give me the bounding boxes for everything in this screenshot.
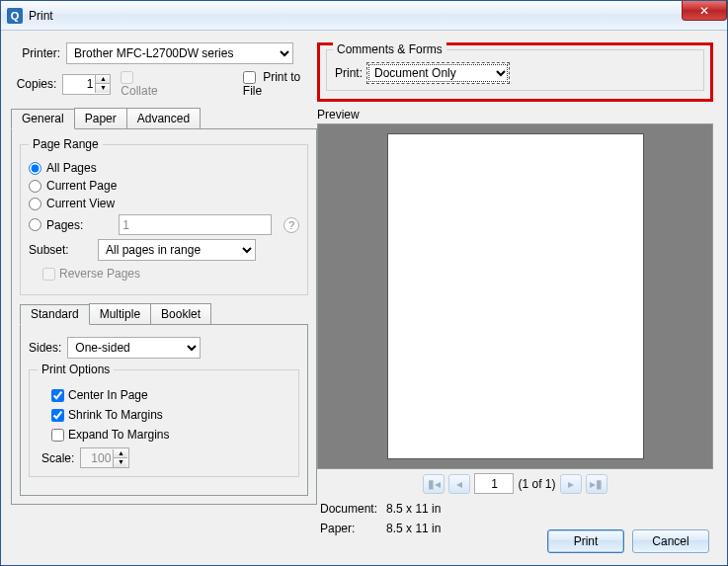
print-options-legend: Print Options [38, 363, 114, 376]
first-page-icon: ▮◂ [428, 477, 441, 491]
copies-label: Copies: [11, 77, 56, 91]
tab-paper[interactable]: Paper [74, 108, 127, 128]
printer-label: Printer: [11, 46, 60, 60]
all-pages-label: All Pages [46, 161, 97, 175]
layout-tabstrip: Standard Multiple Booklet [20, 303, 308, 324]
radio-current-page[interactable] [29, 180, 41, 193]
page-range-group: Page Range All Pages Current Page Curren… [20, 137, 308, 295]
tab-booklet[interactable]: Booklet [150, 303, 211, 324]
paper-size-value: 8.5 x 11 in [385, 520, 442, 537]
center-in-page-checkbox[interactable]: Center In Page [51, 388, 290, 402]
pages-label: Pages: [46, 218, 83, 232]
paper-size-label: Paper: [319, 520, 383, 537]
scale-input [81, 449, 113, 466]
radio-current-view[interactable] [29, 198, 41, 210]
reverse-pages-checkbox: Reverse Pages [42, 267, 299, 281]
printer-select[interactable]: Brother MFC-L2700DW series [66, 42, 293, 64]
tab-standard-body: Sides: One-sided Print Options Center In… [20, 324, 308, 496]
preview-group: Preview ▮◂ ◂ (1 of 1) ▸ ▸▮ Document: 8.5… [317, 108, 713, 539]
print-mode-label: Print: [335, 66, 363, 80]
radio-pages[interactable] [29, 218, 41, 231]
tab-general-body: Page Range All Pages Current Page Curren… [11, 128, 317, 505]
reverse-pages-input [42, 268, 55, 281]
expand-to-margins-input[interactable] [51, 429, 64, 442]
next-page-button[interactable]: ▸ [560, 474, 582, 494]
subset-select[interactable]: All pages in range [98, 239, 256, 261]
document-size-label: Document: [319, 500, 383, 518]
document-info: Document: 8.5 x 11 in Paper: 8.5 x 11 in [317, 498, 444, 539]
tab-standard[interactable]: Standard [20, 304, 90, 325]
copies-input[interactable] [63, 76, 95, 93]
scale-label: Scale: [41, 451, 74, 465]
copies-up-icon[interactable]: ▲ [96, 75, 110, 84]
preview-legend: Preview [317, 108, 713, 121]
page-of-label: (1 of 1) [518, 477, 555, 491]
collate-input [121, 71, 133, 84]
comments-forms-group: Comments & Forms Print: Document Only [326, 49, 704, 91]
scale-up-icon: ▲ [114, 449, 127, 458]
last-page-button[interactable]: ▸▮ [586, 474, 607, 494]
page-range-legend: Page Range [29, 137, 103, 151]
prev-page-icon: ◂ [456, 477, 462, 491]
collate-checkbox: Collate [121, 70, 174, 98]
window-title: Print [29, 9, 53, 23]
shrink-to-margins-input[interactable] [51, 409, 64, 422]
shrink-to-margins-checkbox[interactable]: Shrink To Margins [51, 408, 290, 422]
next-page-icon: ▸ [568, 477, 574, 491]
print-to-file-input[interactable] [243, 71, 256, 84]
close-icon: ✕ [699, 4, 709, 18]
current-page-label: Current Page [46, 179, 117, 193]
expand-to-margins-checkbox[interactable]: Expand To Margins [51, 428, 290, 442]
document-size-value: 8.5 x 11 in [385, 500, 442, 518]
copies-spinner[interactable]: ▲ ▼ [62, 74, 111, 95]
app-icon: Q [7, 8, 23, 24]
radio-all-pages[interactable] [29, 162, 41, 175]
print-button[interactable]: Print [547, 529, 624, 553]
first-page-button[interactable]: ▮◂ [423, 474, 445, 494]
current-view-label: Current View [46, 197, 115, 210]
sides-label: Sides: [29, 341, 61, 355]
center-in-page-input[interactable] [51, 389, 64, 402]
prev-page-button[interactable]: ◂ [448, 474, 470, 494]
tab-general[interactable]: General [11, 109, 75, 129]
sides-select[interactable]: One-sided [67, 337, 201, 359]
comments-forms-legend: Comments & Forms [333, 42, 446, 56]
scale-down-icon: ▼ [114, 458, 127, 467]
cancel-button[interactable]: Cancel [632, 529, 709, 553]
page-number-input[interactable] [474, 473, 514, 494]
preview-area [317, 123, 713, 469]
tab-advanced[interactable]: Advanced [126, 108, 201, 128]
last-page-icon: ▸▮ [590, 477, 603, 491]
print-mode-select[interactable]: Document Only [366, 62, 510, 84]
preview-pager: ▮◂ ◂ (1 of 1) ▸ ▸▮ [317, 473, 713, 494]
print-options-group: Print Options Center In Page Shrink To M… [29, 363, 299, 477]
dialog-buttons: Print Cancel [547, 529, 709, 553]
main-tabstrip: General Paper Advanced [11, 108, 317, 128]
copies-down-icon[interactable]: ▼ [96, 84, 110, 93]
preview-page [387, 133, 644, 459]
scale-spinner: ▲ ▼ [80, 447, 129, 468]
comments-forms-highlight: Comments & Forms Print: Document Only [317, 42, 713, 102]
close-button[interactable]: ✕ [682, 1, 727, 21]
tab-multiple[interactable]: Multiple [89, 303, 151, 324]
pages-input [119, 214, 272, 235]
print-to-file-checkbox[interactable]: Print to File [243, 70, 317, 98]
help-icon[interactable]: ? [283, 217, 299, 233]
subset-label: Subset: [29, 243, 98, 257]
title-bar: Q Print ✕ [1, 1, 727, 31]
